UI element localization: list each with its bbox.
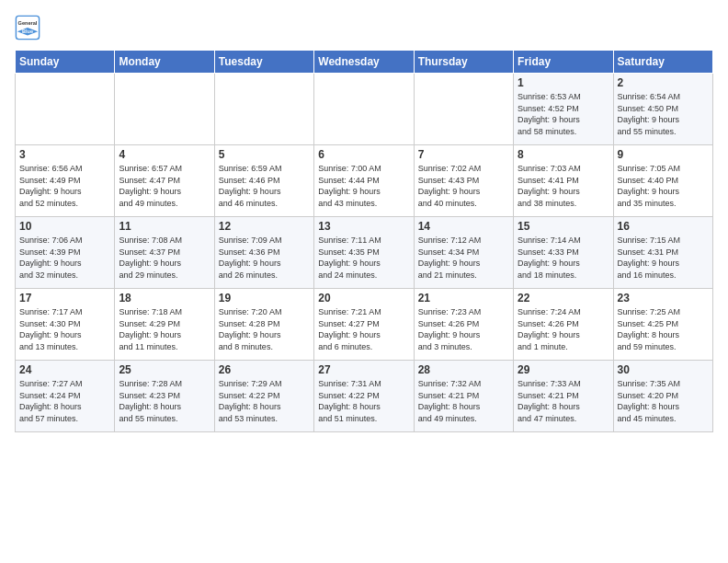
day-cell <box>314 74 414 145</box>
day-info: Sunrise: 7:09 AM Sunset: 4:36 PM Dayligh… <box>219 235 310 281</box>
day-cell: 4Sunrise: 6:57 AM Sunset: 4:47 PM Daylig… <box>115 145 214 217</box>
day-number: 30 <box>618 363 709 376</box>
day-cell: 20Sunrise: 7:21 AM Sunset: 4:27 PM Dayli… <box>314 289 414 361</box>
day-number: 12 <box>219 220 310 233</box>
col-header-thursday: Thursday <box>414 51 513 74</box>
header: General Blue <box>15 15 713 40</box>
day-cell: 25Sunrise: 7:28 AM Sunset: 4:23 PM Dayli… <box>115 361 214 432</box>
day-info: Sunrise: 7:02 AM Sunset: 4:43 PM Dayligh… <box>418 163 509 209</box>
day-cell: 28Sunrise: 7:32 AM Sunset: 4:21 PM Dayli… <box>414 361 513 432</box>
day-cell: 30Sunrise: 7:35 AM Sunset: 4:20 PM Dayli… <box>613 361 712 432</box>
day-cell: 12Sunrise: 7:09 AM Sunset: 4:36 PM Dayli… <box>214 217 313 289</box>
day-number: 18 <box>119 292 210 304</box>
day-cell: 18Sunrise: 7:18 AM Sunset: 4:29 PM Dayli… <box>115 289 214 361</box>
day-number: 9 <box>618 148 709 161</box>
day-info: Sunrise: 7:15 AM Sunset: 4:31 PM Dayligh… <box>618 235 709 281</box>
day-cell: 21Sunrise: 7:23 AM Sunset: 4:26 PM Dayli… <box>414 289 513 361</box>
day-number: 7 <box>418 148 509 161</box>
day-number: 6 <box>318 148 409 161</box>
day-info: Sunrise: 6:57 AM Sunset: 4:47 PM Dayligh… <box>119 163 210 209</box>
day-info: Sunrise: 7:25 AM Sunset: 4:25 PM Dayligh… <box>618 306 709 352</box>
day-info: Sunrise: 7:31 AM Sunset: 4:22 PM Dayligh… <box>318 378 409 424</box>
day-number: 2 <box>618 76 709 89</box>
week-row-1: 1Sunrise: 6:53 AM Sunset: 4:52 PM Daylig… <box>16 74 713 145</box>
day-cell: 11Sunrise: 7:08 AM Sunset: 4:37 PM Dayli… <box>115 217 214 289</box>
day-cell: 23Sunrise: 7:25 AM Sunset: 4:25 PM Dayli… <box>613 289 712 361</box>
day-cell: 2Sunrise: 6:54 AM Sunset: 4:50 PM Daylig… <box>613 74 712 145</box>
day-info: Sunrise: 7:27 AM Sunset: 4:24 PM Dayligh… <box>19 378 110 424</box>
day-info: Sunrise: 7:08 AM Sunset: 4:37 PM Dayligh… <box>119 235 210 281</box>
day-number: 13 <box>318 220 409 233</box>
day-info: Sunrise: 6:54 AM Sunset: 4:50 PM Dayligh… <box>618 91 709 137</box>
day-cell <box>214 74 313 145</box>
day-cell: 26Sunrise: 7:29 AM Sunset: 4:22 PM Dayli… <box>214 361 313 432</box>
day-cell: 27Sunrise: 7:31 AM Sunset: 4:22 PM Dayli… <box>314 361 414 432</box>
day-info: Sunrise: 6:53 AM Sunset: 4:52 PM Dayligh… <box>518 91 609 137</box>
svg-text:General: General <box>18 20 38 26</box>
day-number: 1 <box>518 76 609 89</box>
day-number: 22 <box>518 292 609 304</box>
day-info: Sunrise: 7:33 AM Sunset: 4:21 PM Dayligh… <box>518 378 609 424</box>
day-info: Sunrise: 7:12 AM Sunset: 4:34 PM Dayligh… <box>418 235 509 281</box>
day-info: Sunrise: 7:21 AM Sunset: 4:27 PM Dayligh… <box>318 306 409 352</box>
day-cell: 9Sunrise: 7:05 AM Sunset: 4:40 PM Daylig… <box>613 145 712 217</box>
col-header-saturday: Saturday <box>613 51 712 74</box>
day-info: Sunrise: 7:03 AM Sunset: 4:41 PM Dayligh… <box>518 163 609 209</box>
day-cell <box>414 74 513 145</box>
day-info: Sunrise: 7:18 AM Sunset: 4:29 PM Dayligh… <box>119 306 210 352</box>
logo-icon: General Blue <box>15 15 40 40</box>
day-info: Sunrise: 7:17 AM Sunset: 4:30 PM Dayligh… <box>19 306 110 352</box>
day-number: 19 <box>219 292 310 304</box>
day-cell: 5Sunrise: 6:59 AM Sunset: 4:46 PM Daylig… <box>214 145 313 217</box>
day-cell: 6Sunrise: 7:00 AM Sunset: 4:44 PM Daylig… <box>314 145 414 217</box>
day-number: 5 <box>219 148 310 161</box>
day-number: 16 <box>618 220 709 233</box>
day-number: 29 <box>518 363 609 376</box>
day-cell: 3Sunrise: 6:56 AM Sunset: 4:49 PM Daylig… <box>16 145 115 217</box>
day-number: 10 <box>19 220 110 233</box>
day-info: Sunrise: 7:28 AM Sunset: 4:23 PM Dayligh… <box>119 378 210 424</box>
day-info: Sunrise: 7:11 AM Sunset: 4:35 PM Dayligh… <box>318 235 409 281</box>
logo: General Blue <box>15 15 44 40</box>
svg-text:Blue: Blue <box>22 29 33 34</box>
day-number: 15 <box>518 220 609 233</box>
calendar-table: SundayMondayTuesdayWednesdayThursdayFrid… <box>15 50 713 432</box>
col-header-monday: Monday <box>115 51 214 74</box>
day-number: 27 <box>318 363 409 376</box>
page-container: General Blue SundayMondayTuesdayWednesda… <box>0 0 728 442</box>
day-number: 3 <box>19 148 110 161</box>
day-info: Sunrise: 7:32 AM Sunset: 4:21 PM Dayligh… <box>418 378 509 424</box>
day-cell: 15Sunrise: 7:14 AM Sunset: 4:33 PM Dayli… <box>514 217 613 289</box>
day-cell: 29Sunrise: 7:33 AM Sunset: 4:21 PM Dayli… <box>514 361 613 432</box>
day-number: 20 <box>318 292 409 304</box>
day-number: 4 <box>119 148 210 161</box>
day-info: Sunrise: 7:23 AM Sunset: 4:26 PM Dayligh… <box>418 306 509 352</box>
col-header-sunday: Sunday <box>16 51 115 74</box>
day-cell: 19Sunrise: 7:20 AM Sunset: 4:28 PM Dayli… <box>214 289 313 361</box>
day-cell: 13Sunrise: 7:11 AM Sunset: 4:35 PM Dayli… <box>314 217 414 289</box>
day-cell: 10Sunrise: 7:06 AM Sunset: 4:39 PM Dayli… <box>16 217 115 289</box>
day-info: Sunrise: 7:35 AM Sunset: 4:20 PM Dayligh… <box>618 378 709 424</box>
day-info: Sunrise: 6:59 AM Sunset: 4:46 PM Dayligh… <box>219 163 310 209</box>
col-header-wednesday: Wednesday <box>314 51 414 74</box>
day-info: Sunrise: 7:20 AM Sunset: 4:28 PM Dayligh… <box>219 306 310 352</box>
day-number: 8 <box>518 148 609 161</box>
day-cell: 16Sunrise: 7:15 AM Sunset: 4:31 PM Dayli… <box>613 217 712 289</box>
day-info: Sunrise: 7:05 AM Sunset: 4:40 PM Dayligh… <box>618 163 709 209</box>
day-cell <box>16 74 115 145</box>
week-row-2: 3Sunrise: 6:56 AM Sunset: 4:49 PM Daylig… <box>16 145 713 217</box>
day-number: 17 <box>19 292 110 304</box>
header-row: SundayMondayTuesdayWednesdayThursdayFrid… <box>16 51 713 74</box>
day-info: Sunrise: 7:14 AM Sunset: 4:33 PM Dayligh… <box>518 235 609 281</box>
day-number: 28 <box>418 363 509 376</box>
day-number: 23 <box>618 292 709 304</box>
col-header-friday: Friday <box>514 51 613 74</box>
day-info: Sunrise: 7:24 AM Sunset: 4:26 PM Dayligh… <box>518 306 609 352</box>
day-number: 24 <box>19 363 110 376</box>
day-number: 25 <box>119 363 210 376</box>
day-info: Sunrise: 7:00 AM Sunset: 4:44 PM Dayligh… <box>318 163 409 209</box>
week-row-4: 17Sunrise: 7:17 AM Sunset: 4:30 PM Dayli… <box>16 289 713 361</box>
week-row-5: 24Sunrise: 7:27 AM Sunset: 4:24 PM Dayli… <box>16 361 713 432</box>
day-info: Sunrise: 7:06 AM Sunset: 4:39 PM Dayligh… <box>19 235 110 281</box>
day-cell: 14Sunrise: 7:12 AM Sunset: 4:34 PM Dayli… <box>414 217 513 289</box>
